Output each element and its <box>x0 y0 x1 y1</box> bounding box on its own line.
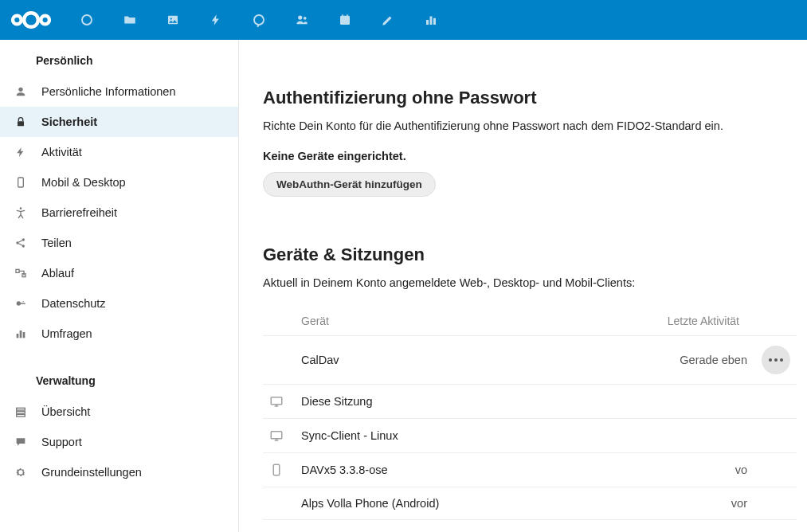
svg-point-3 <box>82 15 92 25</box>
device-activity: Gerade eben <box>578 335 755 384</box>
overview-icon <box>13 405 29 418</box>
sidebar-header-admin: Verwaltung <box>0 365 238 397</box>
svg-rect-14 <box>430 17 433 25</box>
top-bar <box>0 0 807 40</box>
device-name: DAVx5 3.3.8-ose <box>295 452 578 487</box>
svg-point-7 <box>298 15 302 19</box>
svg-rect-12 <box>347 14 348 17</box>
svg-point-16 <box>18 88 22 92</box>
sidebar-item-label: Teilen <box>41 237 72 249</box>
svg-rect-28 <box>23 332 25 338</box>
svg-rect-15 <box>433 18 436 25</box>
sidebar-header-personal: Persönlich <box>0 45 238 76</box>
add-webauthn-button[interactable]: WebAuthn-Gerät hinzufügen <box>263 172 436 197</box>
nav-calendar-icon[interactable] <box>323 0 366 40</box>
sidebar-item-activity[interactable]: Aktivität <box>0 137 238 167</box>
svg-point-8 <box>304 17 307 20</box>
row-actions-button[interactable] <box>762 346 790 374</box>
table-row: DAVx5 3.3.8-osevo <box>263 452 797 487</box>
col-activity: Letzte Aktivität <box>578 307 755 336</box>
svg-point-19 <box>20 207 22 209</box>
sidebar-item-label: Ablauf <box>41 267 74 280</box>
device-type-icon <box>263 452 295 487</box>
device-type-icon <box>263 335 295 384</box>
webauthn-title: Authentifizierung ohne Passwort <box>263 88 797 108</box>
sidebar-item-label: Übersicht <box>41 405 90 418</box>
sidebar-item-security[interactable]: Sicherheit <box>0 107 238 137</box>
sessions-title: Geräte & Sitzungen <box>263 244 797 265</box>
svg-rect-27 <box>20 331 22 338</box>
svg-point-6 <box>254 15 264 25</box>
device-activity <box>578 384 755 418</box>
flow-icon <box>13 267 29 280</box>
device-type-icon <box>263 418 295 452</box>
svg-rect-32 <box>271 397 282 404</box>
top-nav <box>65 0 452 40</box>
sessions-table: Gerät Letzte Aktivität CalDavGerade eben… <box>263 307 797 520</box>
svg-rect-29 <box>17 408 25 410</box>
svg-rect-13 <box>426 20 429 25</box>
svg-rect-34 <box>273 464 280 475</box>
privacy-icon <box>13 297 29 310</box>
col-device: Gerät <box>295 307 578 336</box>
bolt-icon <box>13 146 29 158</box>
nav-notes-icon[interactable] <box>366 0 409 40</box>
webauthn-desc: Richte Dein Konto für die Authentifizier… <box>263 118 797 135</box>
gear-icon <box>13 466 29 479</box>
device-activity: vor <box>578 487 755 519</box>
sidebar-item-label: Sicherheit <box>41 115 97 128</box>
lock-icon <box>13 115 29 128</box>
nav-photos-icon[interactable] <box>151 0 194 40</box>
svg-rect-23 <box>16 269 19 272</box>
device-name: Alps Volla Phone (Android) <box>295 487 578 519</box>
nav-dashboard-icon[interactable] <box>65 0 108 40</box>
table-row: Diese Sitzung <box>263 384 797 418</box>
sidebar-item-label: Aktivität <box>41 146 82 158</box>
nav-talk-icon[interactable] <box>237 0 280 40</box>
device-activity: vo <box>578 452 755 487</box>
table-row: CalDavGerade eben <box>263 335 797 384</box>
sidebar-item-overview[interactable]: Übersicht <box>0 397 238 427</box>
svg-rect-11 <box>342 14 343 17</box>
sidebar-item-polls[interactable]: Umfragen <box>0 319 238 349</box>
device-type-icon <box>263 384 295 418</box>
device-type-icon <box>263 487 295 519</box>
sidebar-item-label: Mobil & Desktop <box>41 176 126 189</box>
sidebar-item-support[interactable]: Support <box>0 427 238 457</box>
sessions-desc: Aktuell in Deinem Konto angemeldete Web-… <box>263 275 797 292</box>
sidebar-item-label: Datenschutz <box>41 297 106 310</box>
sidebar-item-privacy[interactable]: Datenschutz <box>0 288 238 319</box>
main-content: Authentifizierung ohne Passwort Richte D… <box>239 40 807 532</box>
svg-point-25 <box>17 301 21 305</box>
app-logo[interactable] <box>6 6 56 33</box>
support-icon <box>13 436 29 448</box>
poll-icon <box>13 327 29 340</box>
device-activity <box>578 418 755 452</box>
table-row: Sync-Client - Linux <box>263 418 797 452</box>
svg-point-2 <box>41 16 49 25</box>
svg-point-1 <box>24 13 38 27</box>
sidebar-item-label: Barrierefreiheit <box>41 206 117 219</box>
accessibility-icon <box>13 206 29 219</box>
svg-rect-31 <box>17 414 25 417</box>
device-name: CalDav <box>295 335 578 384</box>
sidebar-item-label: Umfragen <box>41 327 92 340</box>
sidebar-item-label: Grundeinstellungen <box>41 466 142 479</box>
sidebar-item-mobile-desktop[interactable]: Mobil & Desktop <box>0 167 238 198</box>
nav-contacts-icon[interactable] <box>280 0 323 40</box>
sidebar-item-basic-settings[interactable]: Grundeinstellungen <box>0 457 238 487</box>
nav-files-icon[interactable] <box>108 0 151 40</box>
sidebar-item-sharing[interactable]: Teilen <box>0 228 238 258</box>
sidebar-item-personal-info[interactable]: Persönliche Informationen <box>0 76 238 107</box>
table-row: Alps Volla Phone (Android)vor <box>263 487 797 519</box>
nav-activity-icon[interactable] <box>194 0 237 40</box>
device-name: Diese Sitzung <box>295 384 578 418</box>
sidebar-item-flow[interactable]: Ablauf <box>0 258 238 288</box>
nav-polls-icon[interactable] <box>409 0 452 40</box>
device-name: Sync-Client - Linux <box>295 418 578 452</box>
svg-rect-33 <box>271 431 282 438</box>
svg-rect-30 <box>17 411 25 413</box>
user-icon <box>13 85 29 98</box>
sidebar-item-accessibility[interactable]: Barrierefreiheit <box>0 198 238 228</box>
svg-rect-18 <box>18 178 24 187</box>
